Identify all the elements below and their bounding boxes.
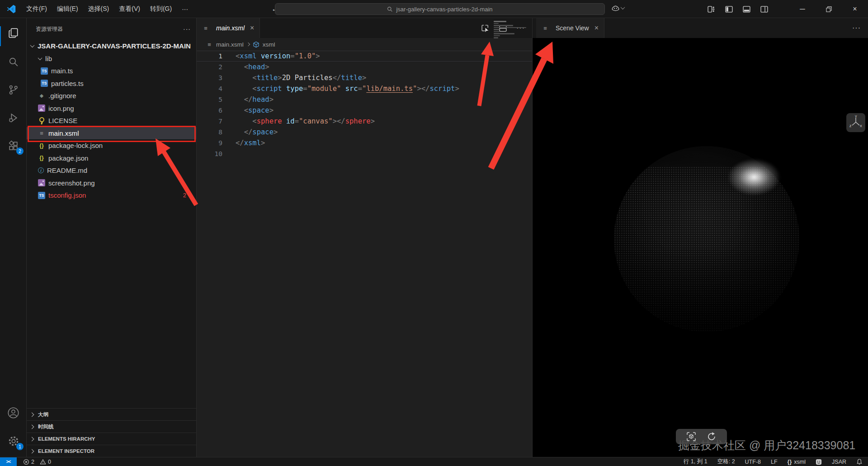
copilot-icon bbox=[611, 4, 620, 12]
account-activity-icon[interactable] bbox=[0, 402, 27, 423]
img-file-icon bbox=[38, 105, 45, 112]
cursor-position[interactable]: 行 1, 列 1 bbox=[684, 458, 708, 466]
editor-tab-bar: ≡ main.xsml × ··· bbox=[197, 18, 532, 38]
axis-x-label: X bbox=[860, 124, 862, 128]
code-editor[interactable]: 1<xsml version="1.0">2 <head>3 <title>2D… bbox=[197, 51, 532, 457]
code-line[interactable]: 8 </space> bbox=[197, 127, 532, 138]
error-count: 2 bbox=[31, 459, 34, 465]
tree-item-readme-md[interactable]: iREADME.md bbox=[27, 164, 196, 177]
code-line[interactable]: 7 <sphere id="canvas"></sphere> bbox=[197, 116, 532, 127]
tree-item-particles-ts[interactable]: TSparticles.ts bbox=[27, 77, 196, 90]
explorer-actions-button[interactable]: ··· bbox=[183, 25, 191, 33]
scene-panel-group: ≡ Scene View × ··· Y Z X bbox=[533, 18, 868, 457]
status-bar: >< 2 0 行 1, 列 1 空格: 2 UTF-8 LF {} xsml J… bbox=[0, 457, 868, 466]
code-line[interactable]: 3 <title>2D Particles</title> bbox=[197, 72, 532, 83]
problems-status[interactable]: 2 0 bbox=[23, 459, 51, 465]
indentation[interactable]: 空格: 2 bbox=[717, 458, 735, 466]
menu-goto[interactable]: 转到(G) bbox=[146, 3, 176, 15]
code-line[interactable]: 1<xsml version="1.0"> bbox=[197, 51, 532, 62]
tree-item-label: particles.ts bbox=[51, 80, 84, 87]
menu-file[interactable]: 文件(F) bbox=[22, 3, 51, 15]
ts-file-icon: TS bbox=[41, 67, 48, 75]
code-line[interactable]: 10 bbox=[197, 148, 532, 159]
jsar-status[interactable]: JSAR bbox=[832, 459, 846, 465]
section-timeline-label: 时间线 bbox=[38, 423, 54, 430]
section-element-inspector[interactable]: ELEMENT INSPECTOR bbox=[27, 445, 196, 457]
tree-item-label: README.md bbox=[47, 166, 87, 174]
code-line[interactable]: 2 <head> bbox=[197, 62, 532, 72]
extensions-activity-icon[interactable]: 2 bbox=[0, 135, 27, 157]
section-elements-hirarchy-label: ELEMENTS HIRARCHY bbox=[38, 436, 95, 442]
axis-gizmo-button[interactable]: Y Z X bbox=[846, 113, 865, 132]
scene-tab-bar: ≡ Scene View × ··· bbox=[533, 18, 868, 38]
scene-more-actions-button[interactable]: ··· bbox=[852, 24, 861, 32]
customize-layout-icon[interactable] bbox=[708, 5, 715, 13]
source-control-activity-icon[interactable] bbox=[0, 79, 27, 100]
eol-sequence[interactable]: LF bbox=[771, 459, 778, 465]
tab-scene-view[interactable]: ≡ Scene View × bbox=[536, 18, 604, 38]
braces-icon: {} bbox=[788, 459, 792, 465]
tree-item-icon-png[interactable]: icon.png bbox=[27, 102, 196, 115]
breadcrumb-file[interactable]: main.xsml bbox=[216, 41, 244, 48]
active-indicator bbox=[0, 26, 1, 46]
section-elements-hirarchy[interactable]: ELEMENTS HIRARCHY bbox=[27, 433, 196, 445]
menu-edit[interactable]: 编辑(E) bbox=[53, 3, 82, 15]
encoding[interactable]: UTF-8 bbox=[745, 459, 761, 465]
search-activity-icon[interactable] bbox=[0, 51, 27, 72]
close-tab-icon[interactable]: × bbox=[250, 24, 254, 32]
tree-item--gitignore[interactable]: ◆.gitignore bbox=[27, 90, 196, 102]
toggle-secondary-sidebar-icon[interactable] bbox=[760, 5, 768, 13]
explorer-title: 资源管理器 bbox=[36, 25, 63, 33]
search-value: jsar-gallery-canvas-particles-2d-main bbox=[396, 6, 492, 13]
tree-item-license[interactable]: LICENSE bbox=[27, 114, 196, 127]
code-line[interactable]: 9</xsml> bbox=[197, 138, 532, 148]
tree-item-package-json[interactable]: {}package.json bbox=[27, 152, 196, 165]
axis-z-label: Z bbox=[849, 124, 852, 128]
line-number: 7 bbox=[197, 118, 222, 125]
language-mode[interactable]: {} xsml bbox=[788, 459, 806, 465]
run-debug-activity-icon[interactable] bbox=[0, 107, 27, 128]
toggle-panel-icon[interactable] bbox=[743, 5, 750, 13]
tree-item-jsar-gallery-canvas-particles-2d-main[interactable]: JSAR-GALLERY-CANVAS-PARTICLES-2D-MAIN bbox=[27, 40, 196, 52]
close-tab-icon[interactable]: × bbox=[594, 24, 599, 32]
breadcrumb-symbol[interactable]: xsml bbox=[263, 41, 275, 48]
restore-button[interactable] bbox=[816, 0, 842, 18]
settings-activity-icon[interactable]: 1 bbox=[0, 430, 27, 452]
code-line[interactable]: 5 </head> bbox=[197, 94, 532, 105]
remote-indicator[interactable]: >< bbox=[0, 457, 17, 466]
minimap[interactable] bbox=[494, 21, 528, 39]
code-line[interactable]: 6 <space> bbox=[197, 105, 532, 116]
tree-item-lib[interactable]: lib bbox=[27, 52, 196, 65]
notifications-bell-icon[interactable] bbox=[856, 458, 863, 465]
copilot-button[interactable] bbox=[611, 4, 628, 12]
files-icon bbox=[8, 27, 19, 39]
line-number: 1 bbox=[197, 52, 222, 60]
tree-item-tsconfig-json[interactable]: TStsconfig.json2 bbox=[27, 189, 196, 202]
tree-item-screenshot-png[interactable]: screenshot.png bbox=[27, 177, 196, 190]
capture-scene-icon[interactable] bbox=[686, 432, 696, 442]
command-center-search[interactable]: jsar-gallery-canvas-particles-2d-main bbox=[275, 3, 605, 15]
chevron-right-icon bbox=[30, 412, 34, 417]
menu-more[interactable]: ··· bbox=[178, 4, 192, 14]
refresh-icon[interactable] bbox=[707, 432, 717, 442]
code-line[interactable]: 4 <script type="module" src="lib/main.ts… bbox=[197, 83, 532, 94]
section-timeline[interactable]: 时间线 bbox=[27, 420, 196, 433]
menu-selection[interactable]: 选择(S) bbox=[84, 3, 113, 15]
tab-main-xsml[interactable]: ≡ main.xsml × bbox=[197, 18, 260, 38]
toggle-sidebar-icon[interactable] bbox=[725, 5, 733, 13]
open-scene-view-icon[interactable] bbox=[481, 24, 490, 33]
tree-item-main-ts[interactable]: TSmain.ts bbox=[27, 65, 196, 77]
feedback-smiley-icon[interactable] bbox=[816, 459, 822, 465]
breadcrumb-separator-icon bbox=[246, 43, 250, 46]
menu-view[interactable]: 查看(V) bbox=[115, 3, 144, 15]
account-icon bbox=[7, 407, 19, 419]
tab-label: Scene View bbox=[556, 24, 589, 32]
explorer-activity-icon[interactable] bbox=[0, 22, 27, 44]
explorer-sidebar: 资源管理器 ··· JSAR-GALLERY-CANVAS-PARTICLES-… bbox=[27, 18, 197, 457]
tree-item-label: package-lock.json bbox=[48, 142, 103, 149]
json-file-icon: {} bbox=[38, 142, 45, 149]
section-outline[interactable]: 大纲 bbox=[27, 408, 196, 420]
minimize-button[interactable]: ─ bbox=[789, 0, 816, 18]
scene-viewport[interactable]: Y Z X 掘金技术社区 @ 用户32418339081 bbox=[533, 38, 868, 457]
close-window-button[interactable]: × bbox=[842, 0, 868, 18]
